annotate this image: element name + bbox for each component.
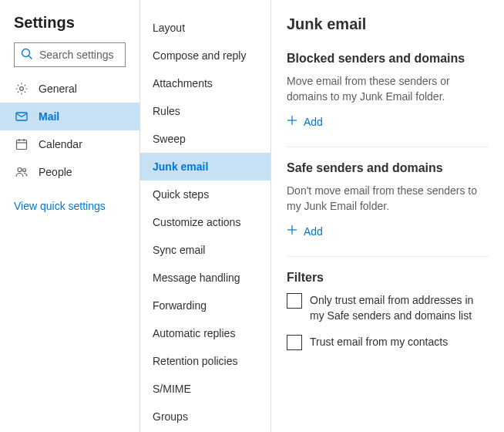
nav-item-people[interactable]: People xyxy=(0,158,139,186)
section-title: Safe senders and domains xyxy=(287,161,489,175)
plus-icon xyxy=(287,224,297,238)
sub-item-compose[interactable]: Compose and reply xyxy=(140,42,270,69)
page-title: Junk email xyxy=(287,15,489,33)
sub-item-customize-actions[interactable]: Customize actions xyxy=(140,208,270,236)
sub-item-groups[interactable]: Groups xyxy=(140,403,270,430)
sub-item-junk-email[interactable]: Junk email xyxy=(140,153,270,181)
search-icon xyxy=(21,48,33,62)
sub-item-rules[interactable]: Rules xyxy=(140,97,270,125)
sub-item-smime[interactable]: S/MIME xyxy=(140,375,270,403)
calendar-icon xyxy=(14,137,29,151)
sub-item-automatic-replies[interactable]: Automatic replies xyxy=(140,319,270,347)
sub-item-attachments[interactable]: Attachments xyxy=(140,69,270,97)
nav-item-calendar[interactable]: Calendar xyxy=(0,130,139,158)
svg-point-0 xyxy=(22,49,30,56)
section-desc: Move email from these senders or domains… xyxy=(287,73,489,104)
sub-item-layout[interactable]: Layout xyxy=(140,14,270,42)
section-title: Filters xyxy=(287,271,489,285)
gear-icon xyxy=(14,82,29,96)
filter-trust-contacts[interactable]: Trust email from my contacts xyxy=(287,334,489,350)
sub-item-message-handling[interactable]: Message handling xyxy=(140,264,270,292)
add-label: Add xyxy=(304,116,323,128)
safe-senders-section: Safe senders and domains Don't move emai… xyxy=(287,161,489,238)
settings-title: Settings xyxy=(0,14,139,42)
sub-item-sweep[interactable]: Sweep xyxy=(140,125,270,153)
mail-subnav: Layout Compose and reply Attachments Rul… xyxy=(140,0,271,432)
sub-item-sync-email[interactable]: Sync email xyxy=(140,236,270,264)
plus-icon xyxy=(287,115,297,128)
add-safe-button[interactable]: Add xyxy=(287,224,323,238)
add-label: Add xyxy=(304,225,323,238)
nav-label: General xyxy=(39,83,77,95)
sub-item-quick-steps[interactable]: Quick steps xyxy=(140,181,270,208)
search-input[interactable] xyxy=(39,49,119,61)
main-content: Junk email Blocked senders and domains M… xyxy=(271,0,504,432)
sub-item-forwarding[interactable]: Forwarding xyxy=(140,292,270,319)
search-settings[interactable] xyxy=(14,42,126,67)
nav-label: Mail xyxy=(39,110,59,123)
divider xyxy=(287,147,489,147)
section-title: Blocked senders and domains xyxy=(287,52,489,66)
blocked-senders-section: Blocked senders and domains Move email f… xyxy=(287,52,489,128)
nav-item-general[interactable]: General xyxy=(0,75,139,103)
divider xyxy=(287,256,489,257)
filter-trust-safe-list[interactable]: Only trust email from addresses in my Sa… xyxy=(287,292,489,323)
svg-point-9 xyxy=(23,169,26,172)
filters-section: Filters Only trust email from addresses … xyxy=(287,271,489,350)
nav-label: Calendar xyxy=(39,138,82,150)
view-quick-settings-link[interactable]: View quick settings xyxy=(0,186,139,226)
mail-icon xyxy=(14,110,29,123)
people-icon xyxy=(14,165,29,179)
checkbox-icon xyxy=(287,293,302,309)
checkbox-label: Trust email from my contacts xyxy=(310,334,448,349)
checkbox-icon xyxy=(287,335,302,350)
add-blocked-button[interactable]: Add xyxy=(287,115,323,128)
svg-rect-4 xyxy=(17,140,27,150)
svg-line-1 xyxy=(29,56,32,59)
svg-point-8 xyxy=(18,168,22,172)
settings-sidebar: Settings General Mail Calendar People Vi… xyxy=(0,0,140,432)
nav-label: People xyxy=(39,166,72,178)
section-desc: Don't move email from these senders to m… xyxy=(287,183,489,214)
nav-item-mail[interactable]: Mail xyxy=(0,103,139,130)
sub-item-retention-policies[interactable]: Retention policies xyxy=(140,347,270,375)
checkbox-label: Only trust email from addresses in my Sa… xyxy=(310,292,489,323)
svg-point-2 xyxy=(20,87,24,91)
